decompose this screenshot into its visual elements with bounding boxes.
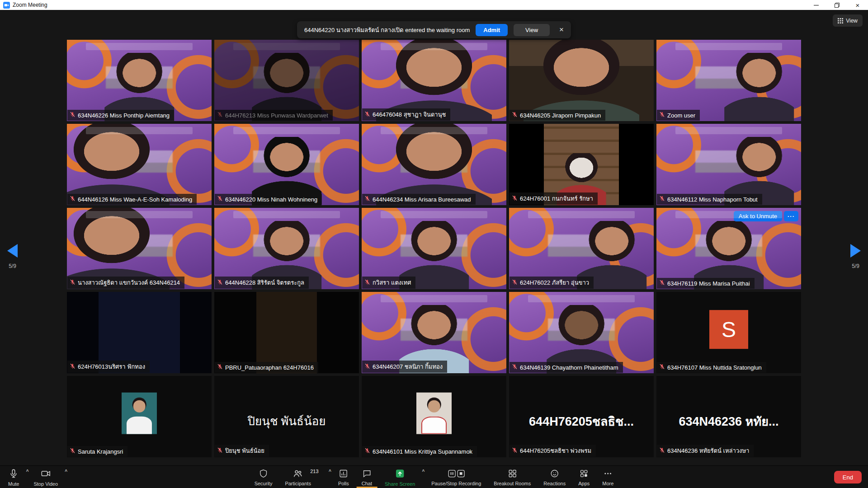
share-screen-icon (395, 469, 405, 480)
banner-view-button[interactable]: View (514, 24, 550, 36)
toolbar-share-screen-button[interactable]: Share Screen^ (379, 466, 424, 488)
video-tile[interactable]: นางสาวณัฐธิดา แขกวันวงค์ 634N46214 (67, 208, 212, 289)
video-tile[interactable]: ปิยนุช พันธ์น้อยปิยนุช พันธ์น้อย (214, 376, 359, 457)
participants-chevron-icon[interactable]: ^ (329, 469, 331, 474)
record-icon (447, 469, 465, 480)
end-meeting-button[interactable]: End (834, 471, 862, 483)
next-page-arrow-icon[interactable] (850, 244, 861, 258)
reactions-icon (550, 469, 559, 480)
video-tile[interactable]: 634N46207 ชลนิภา กิ้มทอง (362, 292, 506, 373)
view-label: View (846, 18, 858, 24)
participants-icon (293, 469, 303, 480)
video-tile[interactable]: 634N46101 Miss Krittiya Supannamok (362, 376, 506, 457)
muted-mic-icon (659, 447, 665, 455)
video-tile[interactable]: Saruta Krajangsri (67, 376, 212, 457)
toolbar-record-button[interactable]: Pause/Stop Recording (426, 466, 486, 488)
participant-name: 624H76013นริศรา ฟักทอง (78, 362, 145, 371)
participant-name: 624H76001 กนกจันทร์ รักษา (520, 194, 593, 203)
video-tile[interactable]: กวิสรา แตงเทศ (362, 208, 506, 289)
participant-name: 634H76119 Miss Marisa Puithai (667, 280, 750, 287)
participant-name: 634N46207 ชลนิภา กิ้มทอง (373, 362, 443, 371)
stop-video-icon (41, 469, 51, 480)
ask-to-unmute-button[interactable]: Ask to Unmute (734, 211, 782, 221)
muted-mic-icon (659, 111, 665, 119)
minimize-button[interactable] (806, 0, 826, 10)
participant-video (67, 124, 170, 205)
video-tile[interactable]: 644N46228 สิริรัตน์ จิตรตระกูล (214, 208, 359, 289)
restore-button[interactable] (826, 0, 847, 10)
toolbar-mute-button[interactable]: Mute^ (3, 466, 28, 488)
participant-name: 644H76213 Miss Punwasa Wardparwet (225, 112, 328, 119)
more-icon (604, 469, 613, 480)
video-tile[interactable]: 634N46139 Chayathorn Phainetitham (509, 292, 654, 373)
toolbar-more-button[interactable]: More (597, 466, 619, 488)
share-screen-chevron-icon[interactable]: ^ (422, 469, 425, 474)
video-tile[interactable]: 624H76013นริศรา ฟักทอง (67, 292, 212, 373)
participant-name-tag: 624H76013นริศรา ฟักทอง (67, 361, 150, 373)
muted-mic-icon (364, 363, 370, 371)
toolbar-participants-label: Participants (285, 481, 311, 486)
mute-icon (9, 469, 19, 480)
participant-name-tag: 634H76119 Miss Marisa Puithai (657, 278, 755, 289)
muted-mic-icon (512, 111, 518, 119)
admit-button[interactable]: Admit (476, 24, 508, 36)
muted-mic-icon (70, 279, 75, 287)
video-tile[interactable]: 624H76001 กนกจันทร์ รักษา (509, 124, 654, 205)
participant-name-tag: 634N46139 Chayathorn Phainetitham (509, 362, 623, 373)
video-tile[interactable]: 634N46112 Miss Naphaporn Tobut (656, 124, 801, 205)
participant-photo (122, 393, 157, 434)
toolbar-security-button[interactable]: Security (249, 466, 278, 488)
previous-page-nav: 5/9 (7, 244, 18, 269)
toolbar-left-group: Mute^Stop Video^ (3, 466, 67, 488)
toolbar-stop-video-button[interactable]: Stop Video^ (28, 466, 67, 488)
security-icon (259, 469, 268, 480)
next-page-nav: 5/9 (850, 244, 861, 269)
participant-video (524, 40, 639, 121)
participant-name: 634N46101 Miss Krittiya Supannamok (373, 448, 472, 455)
participant-name: 634H76107 Miss Nuttida Sratonglun (667, 364, 762, 371)
toolbar-polls-button[interactable]: Polls (333, 466, 354, 488)
video-tile[interactable]: 644N46234 Miss Arisara Bureesawad (362, 124, 506, 205)
participant-name-tag: 634N46207 ชลนิภา กิ้มทอง (362, 361, 447, 373)
toolbar-breakout-button[interactable]: Breakout Rooms (488, 466, 536, 488)
toolbar-apps-label: Apps (578, 481, 590, 486)
video-tile[interactable]: S634H76107 Miss Nuttida Sratonglun (656, 292, 801, 373)
muted-mic-icon (217, 279, 223, 287)
banner-close-icon[interactable]: × (556, 25, 567, 34)
video-tile[interactable]: Zoom user (656, 40, 801, 121)
video-tile[interactable]: 634N46205 Jiraporn Pimpakun (509, 40, 654, 121)
muted-mic-icon (217, 447, 223, 455)
muted-mic-icon (217, 195, 223, 203)
participant-name: 624H76022 ภัสรียา อุ่นขาว (520, 278, 589, 287)
participant-name: Zoom user (667, 112, 695, 119)
video-tile[interactable]: 634N46226 Miss Ponthip Aiemtang (67, 40, 212, 121)
video-tile[interactable]: 644H76213 Miss Punwasa Wardparwet (214, 40, 359, 121)
video-tile[interactable]: Ask to Unmute···634H76119 Miss Marisa Pu… (656, 208, 801, 289)
video-tile[interactable]: 634N46236 หทัย...634N46236 หทัยรัตน์ เหล… (656, 376, 801, 457)
video-tile[interactable]: 644N46126 Miss Wae-A-E-Soh Kamaloding (67, 124, 212, 205)
close-button[interactable]: × (847, 0, 868, 10)
previous-page-arrow-icon[interactable] (7, 244, 18, 258)
video-tile[interactable]: 644H76205ชลธิช...644H76205ชลธิชา พ่วงพรม (509, 376, 654, 457)
video-tile[interactable]: PBRU_Patuaoraphan 624H76016 (214, 292, 359, 373)
muted-mic-icon (364, 279, 370, 287)
participant-name: 644N46126 Miss Wae-A-E-Soh Kamaloding (78, 196, 192, 203)
video-tile[interactable]: 624H76022 ภัสรียา อุ่นขาว (509, 208, 654, 289)
toolbar-reactions-button[interactable]: Reactions (538, 466, 571, 488)
polls-icon (339, 469, 348, 480)
zoom-app-icon (3, 2, 10, 9)
participant-name: 634N46236 หทัยรัตน์ เหล่าวงษา (667, 446, 749, 455)
stop-video-chevron-icon[interactable]: ^ (65, 469, 67, 474)
video-tile[interactable]: 634N46220 Miss Ninah Wohnineng (214, 124, 359, 205)
toolbar-participants-button[interactable]: Participants213^ (279, 466, 330, 488)
participant-name: PBRU_Patuaoraphan 624H76016 (225, 364, 314, 371)
participant-name: 646476048 สุชาฎา จินดานุช (373, 110, 446, 119)
view-layout-button[interactable]: View (833, 14, 863, 27)
video-tile[interactable]: 646476048 สุชาฎา จินดานุช (362, 40, 506, 121)
video-grid: 634N46226 Miss Ponthip Aiemtang644H76213… (67, 40, 801, 457)
muted-mic-icon (364, 111, 370, 119)
muted-mic-icon (512, 447, 518, 455)
toolbar-apps-button[interactable]: Apps (573, 466, 595, 488)
more-options-button[interactable]: ··· (784, 211, 798, 221)
toolbar-chat-button[interactable]: Chat (356, 466, 377, 488)
